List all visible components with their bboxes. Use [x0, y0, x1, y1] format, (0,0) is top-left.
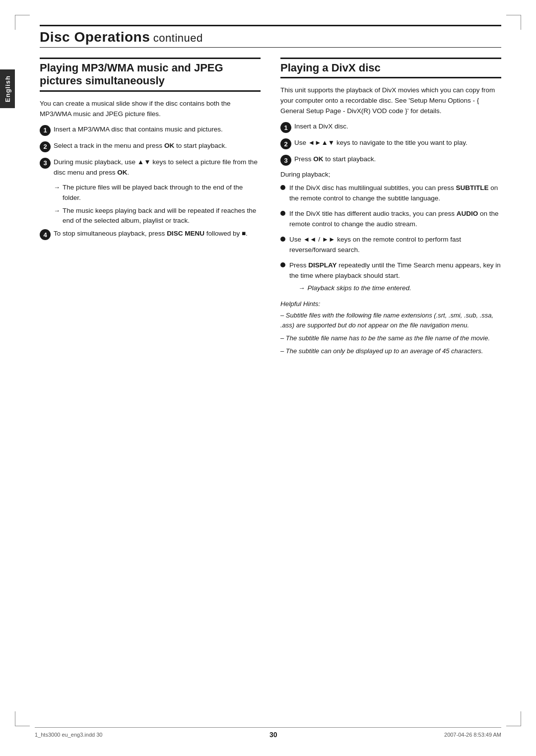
two-col-layout: Playing MP3/WMA music and JPEG pictures …	[40, 58, 501, 356]
bullet-dot-4	[280, 262, 285, 267]
hint-1: – Subtitle files with the following file…	[280, 311, 501, 330]
bullet-item-2: If the DivX title has different audio tr…	[280, 209, 501, 230]
step-1-num: 1	[40, 125, 51, 136]
right-section-header: Playing a DivX disc	[280, 58, 501, 78]
left-column: Playing MP3/WMA music and JPEG pictures …	[40, 58, 261, 356]
arrow-item-2: → The music keeps playing back and will …	[54, 206, 261, 226]
step-4: 4 To stop simultaneous playback, press D…	[40, 229, 261, 240]
left-intro: You can create a musical slide show if t…	[40, 99, 261, 120]
right-section-title: Playing a DivX disc	[280, 62, 501, 74]
right-step-3-num: 3	[280, 155, 291, 166]
step-4-text: To stop simultaneous playback, press DIS…	[54, 229, 261, 239]
step-2-text: Select a track in the menu and press OK …	[54, 141, 261, 151]
bullet-item-4: Press DISPLAY repeatedly until the Time …	[280, 260, 501, 293]
arrow-symbol-1: →	[54, 183, 60, 203]
footer-file-info: 1_hts3000 eu_eng3.indd 30	[35, 732, 102, 738]
hints-title: Helpful Hints:	[280, 300, 501, 308]
during-playback-label: During playback;	[280, 171, 501, 178]
bullet-text-3: Use ◄◄ / ►► keys on the remote control t…	[289, 235, 501, 255]
bullet-item-1: If the DivX disc has multilingual subtit…	[280, 183, 501, 204]
sub-arrow-sym: →	[298, 283, 305, 293]
arrow-symbol-2: →	[54, 206, 60, 226]
bullet-text-1: If the DivX disc has multilingual subtit…	[289, 183, 501, 204]
bullet-dot-3	[280, 237, 285, 242]
right-step-3: 3 Press OK to start playback.	[280, 154, 501, 166]
right-intro: This unit supports the playback of DivX …	[280, 85, 501, 117]
step-3-num: 3	[40, 158, 51, 169]
arrow-text-1: The picture files will be played back th…	[63, 183, 261, 203]
right-step-3-text: Press OK to start playback.	[294, 154, 501, 165]
right-step-2-num: 2	[280, 138, 291, 149]
step-2: 2 Select a track in the menu and press O…	[40, 141, 261, 152]
arrow-text-2: The music keeps playing back and will be…	[63, 206, 261, 226]
hint-3: – The subtitle can only be displayed up …	[280, 346, 501, 356]
bullet-item-3: Use ◄◄ / ►► keys on the remote control t…	[280, 235, 501, 255]
hints-section: Helpful Hints: – Subtitle files with the…	[280, 300, 501, 357]
page-number: 30	[269, 731, 277, 739]
footer-timestamp: 2007-04-26 8:53:49 AM	[444, 732, 501, 738]
right-step-1-text: Insert a DivX disc.	[294, 122, 501, 132]
arrow-item-1: → The picture files will be played back …	[54, 183, 261, 203]
right-step-1-num: 1	[280, 122, 291, 133]
bullet-dot-1	[280, 185, 285, 190]
step-2-num: 2	[40, 141, 51, 152]
left-section-title: Playing MP3/WMA music and JPEG pictures …	[40, 62, 261, 88]
bullet-text-4: Press DISPLAY repeatedly until the Time …	[289, 260, 501, 293]
page-footer: 1_hts3000 eu_eng3.indd 30 30 2007-04-26 …	[35, 727, 501, 739]
step-1: 1 Insert a MP3/WMA disc that contains mu…	[40, 125, 261, 136]
page-title-bar: Disc Operations continued	[40, 25, 501, 48]
right-step-2-text: Use ◄►▲▼ keys to navigate to the title y…	[294, 138, 501, 148]
right-step-1: 1 Insert a DivX disc.	[280, 122, 501, 133]
step-3-text: During music playback, use ▲▼ keys to se…	[54, 157, 261, 178]
sub-arrow-playback: → Playback skips to the time entered.	[298, 283, 501, 293]
step-1-text: Insert a MP3/WMA disc that contains musi…	[54, 125, 261, 135]
bullet-text-2: If the DivX title has different audio tr…	[289, 209, 501, 230]
right-step-2: 2 Use ◄►▲▼ keys to navigate to the title…	[280, 138, 501, 149]
hint-2: – The subtitle file name has to be the s…	[280, 333, 501, 343]
page-title: Disc Operations continued	[40, 29, 203, 45]
left-section-header: Playing MP3/WMA music and JPEG pictures …	[40, 58, 261, 92]
sub-arrow-text: Playback skips to the time entered.	[307, 283, 411, 293]
step-4-num: 4	[40, 229, 51, 240]
bullet-dot-2	[280, 211, 285, 216]
right-column: Playing a DivX disc This unit supports t…	[280, 58, 501, 356]
step-3: 3 During music playback, use ▲▼ keys to …	[40, 157, 261, 178]
